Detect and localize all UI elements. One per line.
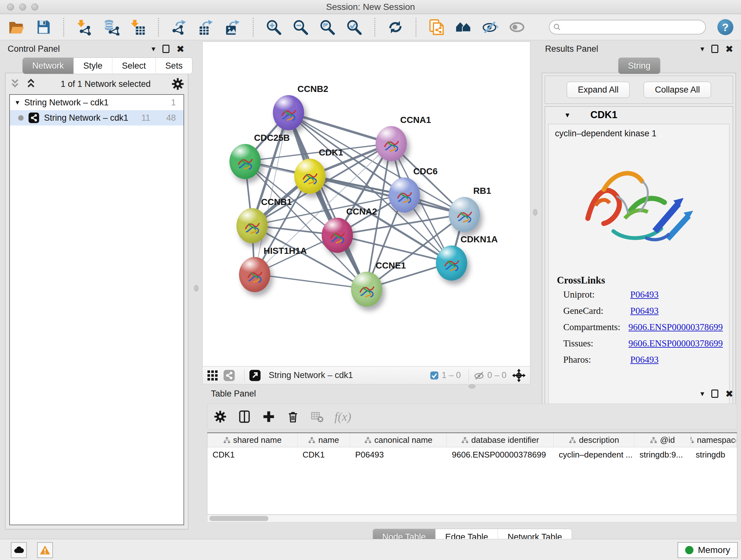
- help-button[interactable]: ?: [718, 19, 733, 35]
- export-network-icon[interactable]: [171, 18, 188, 36]
- column-header-@id[interactable]: @id: [634, 433, 690, 447]
- table-cell[interactable]: CDK1: [207, 447, 297, 462]
- add-column-icon[interactable]: [262, 410, 276, 424]
- warnings-button[interactable]: [37, 542, 53, 558]
- open-folder-icon[interactable]: [8, 18, 25, 36]
- zoom-in-icon[interactable]: [265, 18, 282, 36]
- network-node-RB1[interactable]: [449, 197, 480, 232]
- graphics-details-icon[interactable]: [482, 18, 499, 36]
- network-name: String Network – cdk1: [44, 113, 128, 123]
- expand-all-icon[interactable]: [24, 78, 37, 90]
- network-node-CCNA1[interactable]: [376, 126, 407, 161]
- refresh-icon[interactable]: [387, 18, 404, 36]
- table-horizontal-scrollbar[interactable]: [207, 515, 737, 522]
- show-columns-icon[interactable]: [238, 410, 252, 424]
- crosslink-link[interactable]: P06493: [630, 306, 659, 316]
- birdseye-grid-icon[interactable]: [206, 369, 219, 381]
- save-icon[interactable]: [35, 18, 52, 36]
- crosslink-link[interactable]: P06493: [630, 354, 659, 365]
- column-header-canonical-name[interactable]: canonical name: [350, 433, 447, 447]
- tab-style[interactable]: Style: [73, 58, 112, 74]
- maximize-panel-icon[interactable]: [162, 45, 170, 53]
- collapse-section-icon[interactable]: ▾: [565, 111, 569, 119]
- tab-sets[interactable]: Sets: [155, 58, 192, 74]
- column-header-description[interactable]: description: [554, 433, 634, 447]
- table-cell[interactable]: 9606.ENSP00000378699: [447, 447, 554, 462]
- table-cell[interactable]: CDK1: [297, 447, 350, 462]
- table-row[interactable]: CDK1CDK1P064939606.ENSP00000378699cyclin…: [207, 447, 737, 462]
- import-database-icon[interactable]: [103, 18, 120, 36]
- expand-all-button[interactable]: Expand All: [567, 82, 630, 98]
- right-splitter-handle[interactable]: [533, 209, 537, 215]
- close-panel-icon[interactable]: ✖: [725, 44, 733, 55]
- selected-nodes-checkbox-icon[interactable]: [429, 371, 439, 380]
- fit-selected-crosshair-icon[interactable]: [512, 368, 526, 383]
- column-header-name[interactable]: name: [297, 433, 350, 447]
- crosslink-row: Uniprot:P06493: [563, 289, 723, 300]
- column-header-namespace[interactable]: namespace: [690, 433, 736, 447]
- left-splitter-handle[interactable]: [194, 285, 199, 292]
- results-tab-string[interactable]: String: [618, 58, 660, 74]
- scrollbar-thumb[interactable]: [209, 516, 268, 521]
- network-row-selected[interactable]: String Network – cdk11148: [10, 110, 184, 125]
- network-node-CCNA2[interactable]: [322, 218, 353, 253]
- tab-select[interactable]: Select: [112, 58, 155, 74]
- node-label-HIST1H1A: HIST1H1A: [264, 246, 307, 256]
- search-input[interactable]: [549, 20, 706, 35]
- zoom-fit-icon[interactable]: [319, 18, 336, 36]
- network-node-CDC25B[interactable]: [229, 144, 261, 179]
- network-overview-icon[interactable]: [223, 369, 235, 381]
- node-result-header[interactable]: ▾ CDK1: [545, 107, 733, 123]
- function-builder-icon-disabled: f(x): [334, 410, 351, 424]
- export-image-icon[interactable]: [224, 18, 241, 36]
- tree-expand-icon[interactable]: ▾: [16, 98, 19, 107]
- export-table-icon[interactable]: [197, 18, 214, 36]
- tab-network[interactable]: Network: [23, 58, 73, 74]
- column-header-shared-name[interactable]: shared name: [207, 433, 297, 447]
- network-canvas[interactable]: CCNB2 CCNA1 CDC25B CDK1 CDC6 RB1 CCNB1 C…: [202, 42, 530, 367]
- float-panel-icon[interactable]: ▾: [700, 389, 704, 398]
- table-cell[interactable]: P06493: [350, 447, 447, 462]
- column-header-database-identifier[interactable]: database identifier: [447, 433, 554, 447]
- table-cell[interactable]: cyclin–dependent ...: [554, 447, 634, 462]
- current-network-bullet-icon: [18, 115, 23, 121]
- network-node-CCNE1[interactable]: [351, 272, 382, 307]
- maximize-panel-icon[interactable]: [711, 45, 718, 53]
- crosslink-link[interactable]: P06493: [630, 289, 659, 300]
- network-options-gear-icon[interactable]: [171, 77, 185, 91]
- crosslink-link[interactable]: 9606.ENSP00000378699: [628, 322, 723, 332]
- table-cell[interactable]: stringdb:9...: [634, 447, 690, 462]
- network-node-CCNB2[interactable]: [273, 95, 304, 130]
- detach-view-icon[interactable]: [249, 369, 261, 381]
- horizontal-splitter-handle[interactable]: [468, 384, 475, 388]
- import-table-icon[interactable]: [129, 18, 146, 36]
- toolbar-separator: [253, 18, 254, 37]
- network-tree: ▾String Network – cdk11String Network – …: [9, 94, 184, 525]
- show-hide-icon[interactable]: [509, 18, 526, 36]
- collapse-all-button[interactable]: Collapse All: [644, 82, 711, 98]
- network-node-CDK1[interactable]: [294, 159, 326, 194]
- float-panel-icon[interactable]: ▾: [151, 44, 155, 53]
- zoom-selected-icon[interactable]: [346, 18, 363, 36]
- close-panel-icon[interactable]: ✖: [177, 44, 185, 55]
- network-node-CCNB1[interactable]: [237, 208, 268, 243]
- network-node-HIST1H1A[interactable]: [239, 257, 270, 292]
- collapse-all-icon[interactable]: [9, 78, 21, 90]
- close-panel-icon[interactable]: ✖: [725, 388, 733, 399]
- import-network-icon[interactable]: [76, 18, 93, 36]
- table-options-gear-icon[interactable]: [213, 410, 227, 424]
- table-cell[interactable]: stringdb: [690, 447, 736, 462]
- network-node-CDKN1A[interactable]: [436, 246, 467, 281]
- float-panel-icon[interactable]: ▾: [700, 44, 704, 53]
- memory-button[interactable]: Memory: [677, 542, 738, 558]
- crosslink-link[interactable]: 9606.ENSP00000378699: [628, 338, 723, 349]
- cloud-status-button[interactable]: [11, 542, 27, 558]
- maximize-panel-icon[interactable]: [711, 389, 718, 398]
- string-app-icon[interactable]: [428, 18, 445, 36]
- network-collection-row[interactable]: ▾String Network – cdk11: [10, 95, 184, 110]
- home-icon[interactable]: [455, 18, 472, 36]
- zoom-out-icon[interactable]: [292, 18, 309, 36]
- delete-column-trash-icon[interactable]: [286, 410, 300, 424]
- network-node-CDC6[interactable]: [389, 178, 420, 212]
- node-result-section: ▾ CDK1 cyclin–dependent kinase 1: [545, 106, 733, 410]
